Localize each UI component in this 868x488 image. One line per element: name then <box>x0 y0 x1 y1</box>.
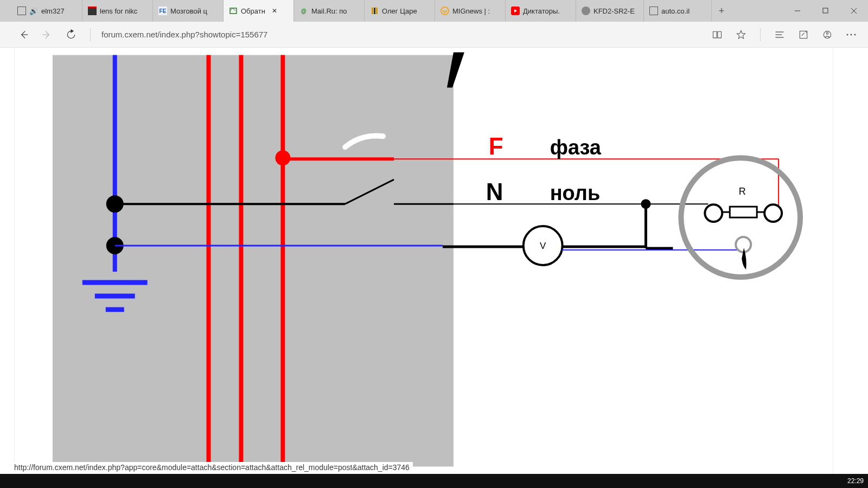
circuit-diagram: V R F фаза N ноль <box>15 48 833 474</box>
label-neutral: ноль <box>550 182 601 204</box>
tab-lens[interactable]: lens for nikc <box>82 0 153 22</box>
tab-strip: 🔊 elm327 lens for nikc FE Мозговой ц Обр… <box>0 0 868 22</box>
separator <box>90 28 91 41</box>
svg-point-10 <box>826 32 828 34</box>
svg-point-47 <box>736 237 751 252</box>
hub-button[interactable] <box>768 23 791 46</box>
label-f: F <box>489 133 503 159</box>
more-button[interactable] <box>840 23 863 46</box>
tab-autocoil[interactable]: auto.co.il <box>644 0 712 22</box>
svg-rect-2 <box>823 8 828 13</box>
taskbar[interactable]: 22:29 <box>0 474 868 488</box>
tab-label: elm327 <box>41 7 65 15</box>
tab-mignews[interactable]: MIGnews | : <box>435 0 506 22</box>
tab-label: MIGnews | : <box>452 7 490 15</box>
taskbar-clock: 22:29 <box>843 477 868 485</box>
favicon-youtube <box>511 7 520 15</box>
reading-view-button[interactable] <box>706 23 729 46</box>
favorite-button[interactable] <box>730 23 752 46</box>
close-icon[interactable]: ✕ <box>271 7 278 15</box>
tab-mailru[interactable]: @ Mail.Ru: по <box>294 0 365 22</box>
notes-button[interactable] <box>792 23 815 46</box>
resistor-label: R <box>739 186 746 197</box>
favicon-elm327 <box>17 7 26 15</box>
tab-label: Олег Царе <box>382 7 417 15</box>
address-bar[interactable]: forum.cxem.net/index.php?showtopic=15567… <box>98 30 705 39</box>
tab-mozgovoy[interactable]: FE Мозговой ц <box>153 0 224 22</box>
status-bar: http://forum.cxem.net/index.php?app=core… <box>11 462 413 474</box>
svg-point-11 <box>847 34 848 35</box>
favicon-gray <box>582 7 590 15</box>
back-button[interactable] <box>12 23 35 46</box>
favicon-mailru: @ <box>299 7 308 15</box>
tab-label: KFD2-SR2-E <box>593 7 635 15</box>
svg-point-12 <box>851 34 852 35</box>
label-phase: фаза <box>550 136 602 159</box>
favicon-lens <box>88 7 97 15</box>
tab-kfd2[interactable]: KFD2-SR2-E <box>576 0 644 22</box>
favicon-mignews <box>441 7 449 15</box>
voltmeter-label: V <box>540 241 546 251</box>
tab-label: lens for nikc <box>100 7 137 15</box>
window-close-button[interactable] <box>840 0 868 22</box>
page-body: V R F фаза N ноль <box>14 48 833 474</box>
svg-point-13 <box>854 34 856 35</box>
tab-elm327[interactable]: 🔊 elm327 <box>12 0 82 22</box>
tab-label: Mail.Ru: по <box>311 7 347 15</box>
svg-rect-45 <box>730 207 757 217</box>
separator <box>760 28 761 41</box>
window-controls <box>783 0 868 22</box>
refresh-button[interactable] <box>60 23 82 46</box>
new-tab-button[interactable]: + <box>712 0 731 22</box>
tab-label: auto.co.il <box>661 7 690 15</box>
tab-label: Диктаторы. <box>523 7 560 15</box>
favicon-cxem <box>229 7 238 15</box>
tab-tsarev[interactable]: Олег Царе <box>365 0 435 22</box>
tab-label: Обратн <box>241 7 265 15</box>
maximize-button[interactable] <box>812 0 840 22</box>
favicon-auto <box>649 7 658 15</box>
share-button[interactable] <box>816 23 839 46</box>
svg-point-42 <box>705 204 722 222</box>
tab-label: Мозговой ц <box>170 7 207 15</box>
tab-dictators[interactable]: Диктаторы. <box>506 0 576 22</box>
svg-point-43 <box>764 204 782 222</box>
favicon-bars <box>370 7 379 15</box>
nav-bar: forum.cxem.net/index.php?showtopic=15567… <box>0 22 868 48</box>
label-n: N <box>486 178 503 205</box>
forward-button[interactable] <box>36 23 59 46</box>
tab-obratn[interactable]: Обратн ✕ <box>224 0 294 22</box>
page-content: V R F фаза N ноль <box>0 48 868 474</box>
favicon-fe: FE <box>158 7 167 15</box>
minimize-button[interactable] <box>783 0 812 22</box>
speaker-icon: 🔊 <box>29 7 38 15</box>
